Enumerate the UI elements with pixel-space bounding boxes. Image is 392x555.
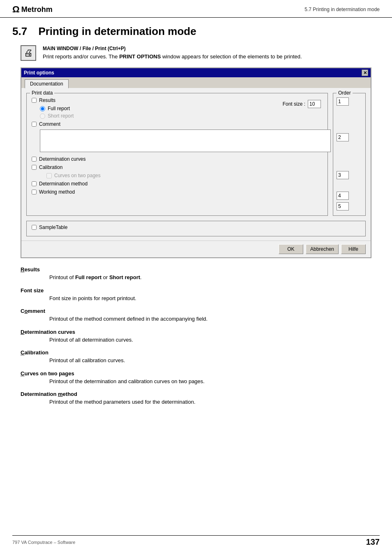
desc-comment-title: Comment bbox=[21, 308, 380, 314]
desc-font-size-body: Font size in points for report printout. bbox=[49, 294, 380, 303]
short-report-radio[interactable] bbox=[40, 113, 45, 119]
header-section-ref: 5.7 Printing in determination mode bbox=[304, 7, 380, 12]
close-button[interactable]: ✕ bbox=[362, 69, 368, 76]
font-size-label: Font size : bbox=[283, 101, 305, 107]
desc-calibration: Calibration Printout of all calibration … bbox=[21, 349, 380, 365]
order-input-4[interactable] bbox=[337, 192, 349, 200]
working-method-checkbox[interactable] bbox=[32, 190, 37, 194]
determination-method-checkbox[interactable] bbox=[32, 181, 37, 186]
sample-table-row: SampleTable bbox=[32, 224, 360, 230]
calibration-checkbox[interactable] bbox=[32, 165, 37, 170]
cancel-button[interactable]: Abbrechen bbox=[306, 244, 339, 254]
section-heading: 5.7 Printing in determination mode bbox=[12, 25, 380, 38]
main-window-text: MAIN WINDOW / File / Print (Ctrl+P) Prin… bbox=[43, 44, 302, 60]
desc-curves-on-two-pages: Curves on two pages Printout of the dete… bbox=[21, 370, 380, 386]
desc-determination-method-body: Printout of the method parameters used f… bbox=[49, 398, 380, 406]
sample-table-label: SampleTable bbox=[39, 224, 67, 230]
curves-on-two-pages-label: Curves on two pages bbox=[54, 173, 101, 178]
curves-on-two-pages-row: Curves on two pages bbox=[46, 173, 323, 178]
desc-determination-method: Determination method Printout of the met… bbox=[21, 391, 380, 406]
determination-method-row: Determination method bbox=[32, 181, 323, 187]
desc-before: Print reports and/or curves. The bbox=[43, 53, 119, 60]
order-input-5[interactable] bbox=[337, 202, 349, 210]
order-spacer-2 bbox=[337, 144, 362, 169]
page-content: 5.7 Printing in determination mode 🖨 MAI… bbox=[0, 18, 392, 420]
path-label: MAIN WINDOW / File / Print (Ctrl+P) bbox=[43, 46, 126, 51]
desc-determination-method-title: Determination method bbox=[21, 391, 380, 397]
comment-row: Comment bbox=[32, 121, 323, 127]
sample-table-section: SampleTable bbox=[26, 221, 366, 236]
desc-curves-on-two-pages-body: Printout of the determination and calibr… bbox=[49, 377, 380, 386]
desc-calibration-title: Calibration bbox=[21, 349, 380, 356]
desc-font-size: Font size Font size in points for report… bbox=[21, 287, 380, 303]
main-window-path: MAIN WINDOW / File / Print (Ctrl+P) bbox=[43, 44, 302, 53]
help-button[interactable]: Hilfe bbox=[341, 244, 366, 254]
font-size-row: Font size : bbox=[283, 100, 321, 108]
footer-left: 797 VA Computrace – Software bbox=[12, 540, 75, 545]
full-report-radio[interactable] bbox=[40, 106, 45, 111]
print-options-bold: PRINT OPTIONS bbox=[119, 53, 161, 60]
short-report-row: Short report bbox=[40, 113, 323, 119]
short-report-label: Short report bbox=[48, 113, 74, 119]
order-group: Order bbox=[333, 93, 366, 216]
results-checkbox[interactable] bbox=[32, 98, 37, 103]
comment-label: Comment bbox=[39, 121, 60, 127]
desc-comment-body: Printout of the method comment defined i… bbox=[49, 315, 380, 323]
dialog-box: Print options ✕ Documentation Print data… bbox=[21, 67, 371, 258]
order-legend: Order bbox=[337, 90, 353, 96]
logo-text: Metrohm bbox=[21, 5, 53, 14]
dialog-tabs: Documentation bbox=[21, 77, 371, 88]
desc-determination-curves: Determination curves Printout of all det… bbox=[21, 329, 380, 344]
desc-determination-curves-body: Printout of all determination curves. bbox=[49, 336, 380, 344]
comment-textbox[interactable] bbox=[40, 130, 331, 152]
order-input-2[interactable] bbox=[337, 133, 349, 141]
order-spacer-3 bbox=[337, 182, 362, 189]
ok-button[interactable]: OK bbox=[279, 244, 303, 254]
dialog-title: Print options bbox=[24, 70, 54, 76]
tab-documentation[interactable]: Documentation bbox=[25, 79, 69, 88]
page-header: Ω Metrohm 5.7 Printing in determination … bbox=[0, 0, 392, 18]
comment-checkbox[interactable] bbox=[32, 122, 37, 127]
font-size-input[interactable] bbox=[308, 100, 321, 108]
order-spacer-1 bbox=[337, 108, 362, 131]
footer-right: 137 bbox=[366, 537, 380, 547]
results-label: Results bbox=[39, 97, 55, 103]
desc-comment: Comment Printout of the method comment d… bbox=[21, 308, 380, 323]
order-input-1[interactable] bbox=[337, 97, 349, 106]
full-report-row: Full report bbox=[40, 106, 323, 111]
desc-results-body: Printout of Full report or Short report. bbox=[49, 273, 380, 282]
determination-curves-row: Determination curves bbox=[32, 156, 323, 162]
dialog-body: Print data Font size : Results Full repo… bbox=[21, 88, 371, 221]
working-method-label: Working method bbox=[39, 189, 75, 195]
print-data-legend: Print data bbox=[30, 90, 54, 96]
order-input-3[interactable] bbox=[337, 171, 349, 179]
desc-results: Results Printout of Full report or Short… bbox=[21, 266, 380, 282]
dialog-titlebar: Print options ✕ bbox=[21, 68, 371, 77]
dialog-footer: OK Abbrechen Hilfe bbox=[21, 240, 371, 257]
page-footer: 797 VA Computrace – Software 137 bbox=[12, 535, 380, 547]
curves-on-two-pages-checkbox[interactable] bbox=[46, 173, 52, 178]
metrohm-logo: Ω Metrohm bbox=[12, 4, 53, 15]
logo-area: Ω Metrohm bbox=[12, 4, 53, 15]
desc-curves-on-two-pages-title: Curves on two pages bbox=[21, 370, 380, 377]
calibration-label: Calibration bbox=[39, 164, 62, 170]
section-title: Printing in determination mode bbox=[38, 25, 196, 37]
desc-results-title: Results bbox=[21, 266, 380, 273]
desc-after: window appears for selection of the elem… bbox=[161, 53, 302, 60]
full-report-label: Full report bbox=[48, 106, 70, 111]
results-row: Results bbox=[32, 97, 323, 103]
desc-determination-curves-title: Determination curves bbox=[21, 329, 380, 335]
determination-method-label: Determination method bbox=[39, 181, 88, 187]
determination-curves-label: Determination curves bbox=[39, 156, 85, 162]
printer-icon: 🖨 bbox=[21, 45, 36, 61]
desc-calibration-body: Printout of all calibration curves. bbox=[49, 356, 380, 365]
calibration-row: Calibration bbox=[32, 164, 323, 170]
main-window-description: Print reports and/or curves. The PRINT O… bbox=[43, 53, 302, 61]
omega-icon: Ω bbox=[12, 4, 20, 15]
working-method-row: Working method bbox=[32, 189, 323, 195]
main-window-block: 🖨 MAIN WINDOW / File / Print (Ctrl+P) Pr… bbox=[21, 44, 380, 61]
section-number: 5.7 bbox=[12, 25, 27, 37]
determination-curves-checkbox[interactable] bbox=[32, 157, 37, 162]
desc-font-size-title: Font size bbox=[21, 287, 380, 294]
sample-table-checkbox[interactable] bbox=[32, 225, 37, 230]
